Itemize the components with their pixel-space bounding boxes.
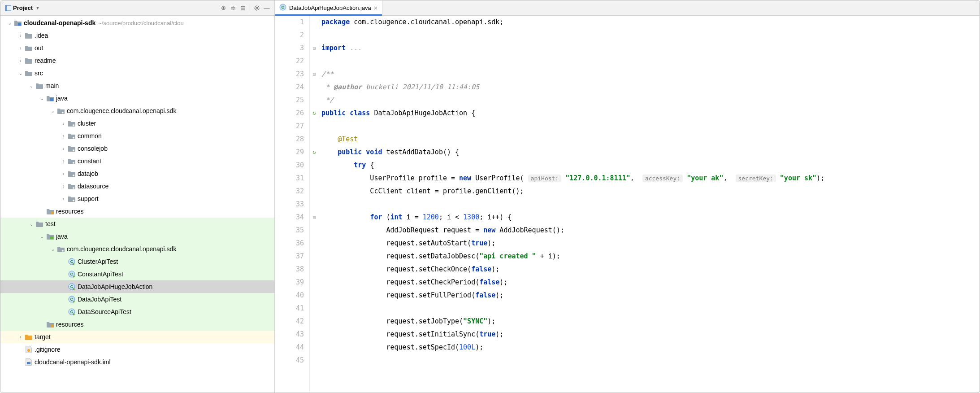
- gutter-mark[interactable]: ↻: [310, 146, 319, 159]
- tree-node-selected[interactable]: CDataJobApiHugeJobAction: [0, 280, 274, 293]
- code-line[interactable]: @Test: [321, 133, 980, 146]
- code-line[interactable]: [321, 302, 980, 315]
- line-number[interactable]: 38: [275, 263, 304, 276]
- expand-all-icon[interactable]: [228, 3, 238, 13]
- tree-node[interactable]: ›consolejob: [0, 142, 274, 155]
- tree-twisty[interactable]: ›: [61, 146, 67, 151]
- line-number[interactable]: 34: [275, 211, 304, 224]
- tree-node[interactable]: ›cluster: [0, 117, 274, 130]
- gutter-marks[interactable]: ⊟⊟↻↻⊟: [310, 16, 319, 393]
- tree-node[interactable]: CClusterApiTest: [0, 255, 274, 268]
- line-number[interactable]: 39: [275, 276, 304, 289]
- line-number[interactable]: 25: [275, 94, 304, 107]
- tree-node[interactable]: ⌄java: [0, 230, 274, 243]
- code-line[interactable]: request.setCheckPeriod(false);: [321, 276, 980, 289]
- code-line[interactable]: import ...: [321, 42, 980, 55]
- code-line[interactable]: [321, 55, 980, 68]
- tree-node[interactable]: ⌄src: [0, 67, 274, 79]
- line-number[interactable]: 22: [275, 55, 304, 68]
- tree-twisty[interactable]: ⌄: [39, 234, 45, 239]
- tree-node[interactable]: ›readme: [0, 54, 274, 67]
- code-line[interactable]: [321, 354, 980, 367]
- close-icon[interactable]: ×: [374, 4, 377, 12]
- tree-twisty[interactable]: ⌄: [28, 83, 35, 88]
- tree-node[interactable]: ›common: [0, 130, 274, 142]
- tree-node[interactable]: ›support: [0, 192, 274, 205]
- code-line[interactable]: request.setFullPeriod(false);: [321, 289, 980, 302]
- line-number[interactable]: 40: [275, 289, 304, 302]
- editor-body[interactable]: 1232223242526272829303132333435363738394…: [275, 16, 980, 393]
- tree-twisty[interactable]: ›: [61, 159, 67, 164]
- project-view-icon[interactable]: [3, 3, 13, 13]
- tree-node[interactable]: ›.idea: [0, 29, 274, 42]
- run-gutter-icon[interactable]: ↻: [312, 146, 316, 159]
- code-line[interactable]: request.setJobType("SYNC");: [321, 315, 980, 328]
- code-line[interactable]: */: [321, 94, 980, 107]
- line-number[interactable]: 28: [275, 133, 304, 146]
- editor-tab-active[interactable]: C DataJobApiHugeJobAction.java ×: [275, 0, 382, 15]
- tree-node[interactable]: cloudcanal-openapi-sdk.iml: [0, 356, 274, 368]
- gear-icon[interactable]: [252, 3, 262, 13]
- line-number[interactable]: 23: [275, 68, 304, 81]
- tree-node[interactable]: CConstantApiTest: [0, 268, 274, 280]
- select-opened-file-icon[interactable]: ⊕: [218, 3, 228, 13]
- tree-twisty[interactable]: ⌄: [17, 71, 24, 76]
- tree-twisty[interactable]: ⌄: [39, 96, 45, 101]
- line-number[interactable]: 45: [275, 354, 304, 367]
- gutter-mark[interactable]: ⊟: [310, 211, 319, 224]
- code-line[interactable]: request.setAutoStart(true);: [321, 237, 980, 250]
- line-number-gutter[interactable]: 1232223242526272829303132333435363738394…: [275, 16, 310, 393]
- code-line[interactable]: [321, 120, 980, 133]
- line-number[interactable]: 29: [275, 146, 304, 159]
- code-line[interactable]: for (int i = 1200; i < 1300; i++) {: [321, 211, 980, 224]
- tree-node[interactable]: .gitignore: [0, 343, 274, 356]
- project-tree[interactable]: ⌄cloudcanal-openapi-sdk~/source/product/…: [0, 16, 274, 393]
- code-line[interactable]: request.setSpecId(100L);: [321, 341, 980, 354]
- line-number[interactable]: 36: [275, 237, 304, 250]
- line-number[interactable]: 41: [275, 302, 304, 315]
- line-number[interactable]: 37: [275, 250, 304, 263]
- tree-twisty[interactable]: ⌄: [50, 247, 56, 252]
- tree-twisty[interactable]: ›: [61, 184, 67, 189]
- gutter-mark[interactable]: ⊟: [310, 68, 319, 81]
- tree-twisty[interactable]: ⌄: [50, 109, 56, 114]
- code-line[interactable]: [321, 29, 980, 42]
- line-number[interactable]: 1: [275, 16, 304, 29]
- code-line[interactable]: request.setDataJobDesc("api created " + …: [321, 250, 980, 263]
- chevron-down-icon[interactable]: ▼: [35, 5, 40, 10]
- tree-node[interactable]: ›target: [0, 331, 274, 343]
- gutter-mark[interactable]: ↻: [310, 107, 319, 120]
- line-number[interactable]: 27: [275, 120, 304, 133]
- line-number[interactable]: 2: [275, 29, 304, 42]
- fold-gutter-icon[interactable]: ⊟: [313, 211, 316, 224]
- code-line[interactable]: request.setCheckOnce(false);: [321, 263, 980, 276]
- line-number[interactable]: 30: [275, 159, 304, 172]
- line-number[interactable]: 35: [275, 224, 304, 237]
- tree-twisty[interactable]: ›: [17, 58, 24, 63]
- code-line[interactable]: [321, 198, 980, 211]
- code-line[interactable]: package com.clougence.cloudcanal.openapi…: [321, 16, 980, 29]
- tree-node[interactable]: CDataJobApiTest: [0, 293, 274, 306]
- tree-node[interactable]: resources: [0, 318, 274, 331]
- tree-twisty[interactable]: ⌄: [7, 21, 13, 26]
- tree-twisty[interactable]: ›: [61, 196, 67, 201]
- tree-node[interactable]: ⌄com.clougence.cloudcanal.openapi.sdk: [0, 243, 274, 255]
- tree-node[interactable]: ⌄java: [0, 92, 274, 105]
- line-number[interactable]: 33: [275, 198, 304, 211]
- code-line[interactable]: AddJobRequest request = new AddJobReques…: [321, 224, 980, 237]
- line-number[interactable]: 42: [275, 315, 304, 328]
- tree-node[interactable]: ⌄com.clougence.cloudcanal.openapi.sdk: [0, 105, 274, 117]
- code-line[interactable]: CcClient client = profile.genClient();: [321, 185, 980, 198]
- tree-node[interactable]: ⌄cloudcanal-openapi-sdk~/source/product/…: [0, 17, 274, 29]
- tree-twisty[interactable]: ›: [17, 335, 24, 340]
- tree-twisty[interactable]: ›: [61, 171, 67, 176]
- tree-node[interactable]: ›datajob: [0, 167, 274, 180]
- line-number[interactable]: 24: [275, 81, 304, 94]
- tree-twisty[interactable]: ›: [61, 121, 67, 126]
- tree-twisty[interactable]: ⌄: [28, 222, 35, 227]
- tree-node[interactable]: ⌄main: [0, 79, 274, 92]
- tree-twisty[interactable]: ›: [61, 134, 67, 139]
- line-number[interactable]: 3: [275, 42, 304, 55]
- tree-node[interactable]: ›constant: [0, 155, 274, 167]
- hide-panel-icon[interactable]: —: [262, 3, 272, 13]
